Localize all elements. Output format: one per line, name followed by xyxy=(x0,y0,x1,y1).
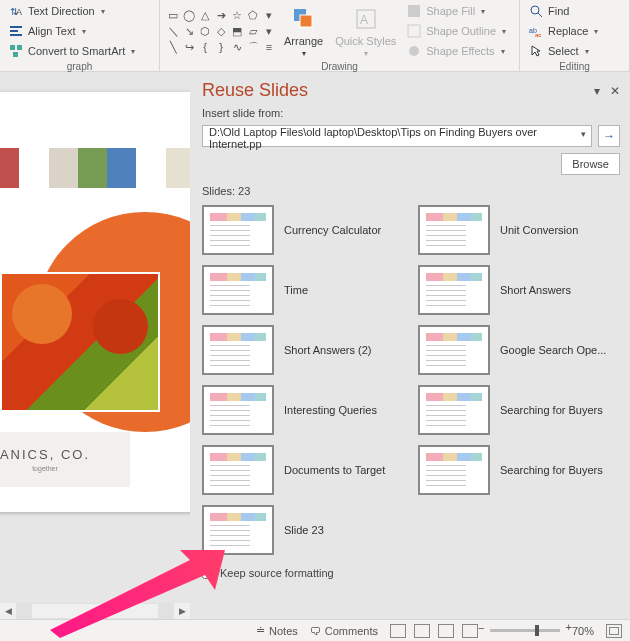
svg-rect-13 xyxy=(408,25,420,37)
ribbon-group-paragraph: ⇅A Text Direction ▾ Align Text ▾ Convert… xyxy=(0,0,160,71)
svg-point-14 xyxy=(409,46,419,56)
shape-fill-button: Shape Fill ▾ xyxy=(404,2,508,20)
text-direction-icon: ⇅A xyxy=(8,3,24,19)
slide-item[interactable]: Unit Conversion xyxy=(418,205,620,255)
pane-close-icon[interactable]: ✕ xyxy=(610,84,620,98)
normal-view-icon[interactable] xyxy=(390,624,406,638)
go-button[interactable]: → xyxy=(598,125,620,147)
scroll-right-icon[interactable]: ▶ xyxy=(174,603,190,619)
slide-thumb xyxy=(418,325,490,375)
company-text: ANICS, CO. xyxy=(0,447,90,462)
slide-thumb xyxy=(418,205,490,255)
slide-item[interactable]: Documents to Target xyxy=(202,445,404,495)
shapes-gallery[interactable]: ▭◯△➔☆⬠▾ ＼↘⬡◇⬒▱▾ ╲↪{}∿⌒≡ xyxy=(166,8,276,54)
arrange-button[interactable]: Arrange ▾ xyxy=(280,3,327,60)
slide-item[interactable]: Currency Calculator xyxy=(202,205,404,255)
slide-thumb xyxy=(202,385,274,435)
slide-label: Time xyxy=(284,284,308,296)
dropdown-icon: ▾ xyxy=(82,27,86,36)
horizontal-scrollbar[interactable]: ◀ ▶ xyxy=(0,603,190,619)
slide-label: Unit Conversion xyxy=(500,224,578,236)
arrange-label: Arrange xyxy=(284,35,323,47)
pane-title: Reuse Slides xyxy=(202,80,308,101)
zoom-slider[interactable] xyxy=(490,629,560,632)
find-icon xyxy=(528,3,544,19)
shape-outline-button: Shape Outline ▾ xyxy=(404,22,508,40)
zoom-value: 70% xyxy=(572,625,594,637)
align-text-icon xyxy=(8,23,24,39)
align-text-button[interactable]: Align Text ▾ xyxy=(6,22,153,40)
quick-styles-button: A Quick Styles ▾ xyxy=(331,3,400,60)
replace-button[interactable]: abac Replace ▾ xyxy=(526,22,623,40)
slide-label: Documents to Target xyxy=(284,464,385,476)
slide-item[interactable]: Short Answers (2) xyxy=(202,325,404,375)
fit-to-window-icon[interactable] xyxy=(606,624,622,638)
text-direction-label: Text Direction xyxy=(28,5,95,17)
shape-effects-label: Shape Effects xyxy=(426,45,494,57)
quick-styles-label: Quick Styles xyxy=(335,35,396,47)
slide-item[interactable]: Searching for Buyers xyxy=(418,445,620,495)
slide-thumb xyxy=(202,445,274,495)
find-button[interactable]: Find xyxy=(526,2,623,20)
convert-smartart-button[interactable]: Convert to SmartArt ▾ xyxy=(6,42,153,60)
dropdown-icon: ▾ xyxy=(481,7,485,16)
notes-label: Notes xyxy=(269,625,298,637)
slides-list: Currency Calculator Unit Conversion Time… xyxy=(202,205,620,555)
comments-button[interactable]: 🗨 Comments xyxy=(310,625,378,637)
convert-smartart-label: Convert to SmartArt xyxy=(28,45,125,57)
slide-item[interactable]: Google Search Ope... xyxy=(418,325,620,375)
align-text-label: Align Text xyxy=(28,25,76,37)
svg-rect-5 xyxy=(10,45,15,50)
view-buttons xyxy=(390,624,478,638)
slide-canvas[interactable]: Desi ANICS, CO. together xyxy=(0,92,190,512)
dropdown-icon: ▾ xyxy=(594,27,598,36)
slide-item[interactable]: Slide 23 xyxy=(202,505,404,555)
status-bar: ≐ Notes 🗨 Comments 70% xyxy=(0,619,630,641)
shape-effects-button: Shape Effects ▾ xyxy=(404,42,508,60)
slide-label: Google Search Ope... xyxy=(500,344,606,356)
keep-formatting-checkbox[interactable] xyxy=(202,567,214,579)
dropdown-icon: ▾ xyxy=(131,47,135,56)
slide-thumb xyxy=(202,505,274,555)
source-path-value: D:\Old Laptop Files\old laptop\Desktop\T… xyxy=(209,126,537,150)
slide-label: Slide 23 xyxy=(284,524,324,536)
ribbon-group-editing: Find abac Replace ▾ Select ▾ Editing xyxy=(520,0,630,71)
slide-thumb xyxy=(202,325,274,375)
svg-rect-12 xyxy=(408,5,420,17)
svg-rect-9 xyxy=(300,15,312,27)
text-direction-button[interactable]: ⇅A Text Direction ▾ xyxy=(6,2,153,20)
shape-outline-label: Shape Outline xyxy=(426,25,496,37)
insert-from-label: Insert slide from: xyxy=(202,107,620,119)
shape-fill-label: Shape Fill xyxy=(426,5,475,17)
browse-label: Browse xyxy=(572,158,609,170)
slide-thumb xyxy=(418,445,490,495)
slide-thumb xyxy=(418,385,490,435)
slide-item[interactable]: Short Answers xyxy=(418,265,620,315)
slideshow-view-icon[interactable] xyxy=(462,624,478,638)
slide-thumb xyxy=(418,265,490,315)
notes-button[interactable]: ≐ Notes xyxy=(256,624,298,637)
design-variant-strip xyxy=(0,148,190,188)
slide-canvas-area: Desi ANICS, CO. together ◀ ▶ xyxy=(0,72,190,619)
svg-point-15 xyxy=(531,6,539,14)
dropdown-icon: ▾ xyxy=(302,49,306,58)
keep-formatting-row[interactable]: Keep source formatting xyxy=(202,567,620,579)
svg-rect-7 xyxy=(13,52,18,57)
slide-item[interactable]: Time xyxy=(202,265,404,315)
slide-thumb xyxy=(202,265,274,315)
source-path-input[interactable]: D:\Old Laptop Files\old laptop\Desktop\T… xyxy=(202,125,592,147)
slide-item[interactable]: Interesting Queries xyxy=(202,385,404,435)
sorter-view-icon[interactable] xyxy=(414,624,430,638)
slide-item[interactable]: Searching for Buyers xyxy=(418,385,620,435)
slide-thumb xyxy=(202,205,274,255)
scroll-left-icon[interactable]: ◀ xyxy=(0,603,16,619)
select-button[interactable]: Select ▾ xyxy=(526,42,623,60)
reading-view-icon[interactable] xyxy=(438,624,454,638)
pane-options-icon[interactable]: ▾ xyxy=(594,84,600,98)
svg-text:ac: ac xyxy=(535,32,541,38)
arrange-icon xyxy=(290,5,318,33)
comments-label: Comments xyxy=(325,625,378,637)
slide-label: Currency Calculator xyxy=(284,224,381,236)
svg-text:A: A xyxy=(360,13,368,27)
browse-button[interactable]: Browse xyxy=(561,153,620,175)
